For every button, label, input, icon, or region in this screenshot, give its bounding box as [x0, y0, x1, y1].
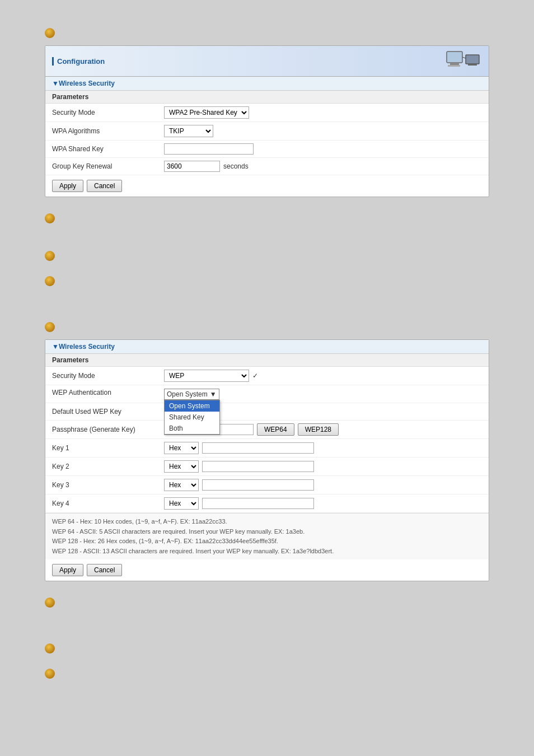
passphrase-row: Passphrase (Generate Key) WEP64 WEP128 [45, 421, 489, 439]
key2-value: Hex ASCII [164, 460, 314, 473]
apply-button-2[interactable]: Apply [52, 564, 83, 576]
bullet-2 [45, 213, 55, 223]
section-title-1: ▼Wireless Security [45, 77, 489, 91]
wpa-shared-key-input[interactable] [164, 143, 254, 155]
key4-value: Hex ASCII [164, 497, 314, 510]
seconds-label: seconds [223, 162, 249, 170]
svg-rect-0 [447, 52, 462, 63]
wpa-algorithms-select[interactable]: TKIP AES TKIP+AES [164, 125, 213, 137]
config-title-1: Configuration [52, 57, 105, 66]
info-line-4: WEP 128 - ASCII: 13 ASCII characters are… [52, 547, 482, 557]
bullet-8 [45, 669, 55, 679]
security-mode-select-2[interactable]: WPA2 Pre-Shared Key WPA Pre-Shared Key W… [164, 370, 249, 382]
key4-row: Key 4 Hex ASCII [45, 494, 489, 513]
config-panel-2: ▼Wireless Security Parameters Security M… [45, 339, 489, 581]
key2-input[interactable] [202, 461, 314, 472]
wpa-algorithms-row: WPA Algorithms TKIP AES TKIP+AES [45, 122, 489, 141]
dropdown-arrow: ▼ [210, 390, 217, 398]
bullet-6 [45, 598, 55, 608]
wpa-algorithms-value: TKIP AES TKIP+AES [164, 125, 213, 137]
key4-label: Key 4 [52, 500, 164, 507]
key3-input[interactable] [202, 479, 314, 491]
security-mode-select-1[interactable]: WPA2 Pre-Shared Key WPA Pre-Shared Key W… [164, 106, 249, 119]
params-header-1: Parameters [45, 91, 489, 104]
button-row-1: Apply Cancel [45, 175, 489, 197]
wpa-shared-key-row: WPA Shared Key [45, 141, 489, 158]
default-wep-key-row: Default Used WEP Key [45, 403, 489, 421]
bullet-4 [45, 276, 55, 286]
svg-rect-3 [466, 55, 479, 64]
wep-auth-value: Open System ▼ Open System Shared Key Bot… [164, 389, 219, 400]
section-title-2: ▼Wireless Security [45, 340, 489, 354]
key1-row: Key 1 Hex ASCII [45, 439, 489, 458]
passphrase-label: Passphrase (Generate Key) [52, 426, 164, 433]
key3-label: Key 3 [52, 481, 164, 489]
info-line-3: WEP 128 - Hex: 26 Hex codes, (1~9, a~f, … [52, 536, 482, 547]
cancel-button-2[interactable]: Cancel [87, 564, 122, 576]
bullet-3 [45, 251, 55, 261]
svg-rect-1 [450, 63, 459, 65]
apply-button-1[interactable]: Apply [52, 180, 83, 192]
wpa-shared-key-label: WPA Shared Key [52, 145, 164, 153]
config-header-1: Configuration [45, 46, 489, 77]
wep-auth-dropdown[interactable]: Open System ▼ Open System Shared Key Bot… [164, 389, 219, 400]
group-key-renewal-input[interactable] [164, 161, 220, 172]
security-mode-row-2: Security Mode WPA2 Pre-Shared Key WPA Pr… [45, 367, 489, 385]
bullet-7 [45, 643, 55, 654]
button-row-2: Apply Cancel [45, 559, 489, 581]
key1-input[interactable] [202, 442, 314, 454]
wep-auth-label: WEP Authentication [52, 389, 164, 396]
key2-label: Key 2 [52, 463, 164, 470]
cancel-button-1[interactable]: Cancel [87, 180, 122, 192]
security-mode-value-2: WPA2 Pre-Shared Key WPA Pre-Shared Key W… [164, 370, 258, 382]
wpa-shared-key-value [164, 143, 254, 155]
network-icon [446, 50, 482, 72]
info-line-2: WEP 64 - ASCII: 5 ASCII characters are r… [52, 527, 482, 537]
wpa-algorithms-label: WPA Algorithms [52, 127, 164, 135]
key1-label: Key 1 [52, 444, 164, 452]
bullet-1 [45, 28, 55, 38]
dropdown-item-open-system[interactable]: Open System [165, 400, 219, 412]
wep-auth-row: WEP Authentication Open System ▼ Open Sy… [45, 385, 489, 403]
key3-value: Hex ASCII [164, 479, 314, 491]
info-box: WEP 64 - Hex: 10 Hex codes, (1~9, a~f, A… [45, 513, 489, 559]
key2-row: Key 2 Hex ASCII [45, 458, 489, 476]
key3-type-select[interactable]: Hex ASCII [164, 479, 199, 491]
config-panel-1: Configuration ▼Wireless Security Paramet… [45, 45, 489, 197]
wep64-button[interactable]: WEP64 [257, 423, 294, 436]
svg-rect-2 [448, 65, 460, 67]
params-header-2: Parameters [45, 354, 489, 367]
wep-auth-selected: Open System [167, 390, 208, 398]
dropdown-item-shared-key[interactable]: Shared Key [165, 412, 219, 423]
key4-input[interactable] [202, 498, 314, 509]
security-mode-row-1: Security Mode WPA2 Pre-Shared Key WPA Pr… [45, 104, 489, 122]
group-key-renewal-row: Group Key Renewal seconds [45, 158, 489, 175]
info-line-1: WEP 64 - Hex: 10 Hex codes, (1~9, a~f, A… [52, 517, 482, 527]
security-mode-value-1: WPA2 Pre-Shared Key WPA Pre-Shared Key W… [164, 106, 249, 119]
dropdown-item-both[interactable]: Both [165, 423, 219, 434]
key4-type-select[interactable]: Hex ASCII [164, 497, 199, 510]
wep128-button[interactable]: WEP128 [298, 423, 339, 436]
bullet-5 [45, 322, 55, 332]
group-key-renewal-label: Group Key Renewal [52, 162, 164, 170]
security-mode-label-1: Security Mode [52, 109, 164, 116]
wep-auth-menu: Open System Shared Key Both [164, 400, 220, 435]
svg-rect-4 [468, 64, 477, 66]
key1-type-select[interactable]: Hex ASCII [164, 442, 199, 454]
key3-row: Key 3 Hex ASCII [45, 476, 489, 494]
svg-line-5 [462, 57, 466, 58]
group-key-renewal-value: seconds [164, 161, 249, 172]
default-wep-key-label: Default Used WEP Key [52, 408, 164, 416]
security-mode-label-2: Security Mode [52, 372, 164, 380]
wep-checkmark: ✓ [252, 372, 258, 380]
key1-value: Hex ASCII [164, 442, 314, 454]
key2-type-select[interactable]: Hex ASCII [164, 460, 199, 473]
